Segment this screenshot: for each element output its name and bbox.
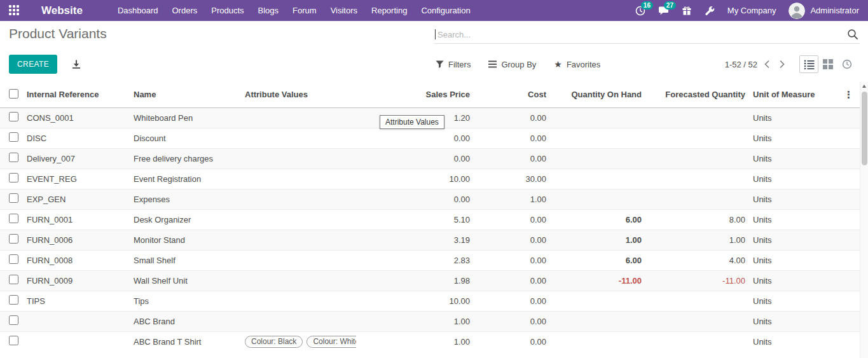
cell-qty-on-hand — [548, 107, 644, 128]
row-checkbox[interactable] — [9, 153, 18, 162]
row-checkbox[interactable] — [9, 112, 18, 121]
row-checkbox[interactable] — [9, 132, 18, 142]
cell-uom: Units — [747, 230, 823, 250]
row-checkbox[interactable] — [9, 214, 18, 223]
cell-internal-reference: DISC — [27, 128, 134, 148]
menu-reporting[interactable]: Reporting — [364, 0, 414, 21]
cell-uom: Units — [747, 331, 823, 352]
table-row[interactable]: ABC Brand1.000.00Units — [0, 311, 860, 331]
filters-button[interactable]: Filters — [436, 60, 471, 69]
row-checkbox[interactable] — [9, 254, 18, 264]
col-cost[interactable]: Cost — [472, 82, 548, 107]
tools-button[interactable] — [705, 6, 715, 16]
cell-forecasted-qty — [644, 311, 747, 331]
pager-previous-button[interactable] — [760, 57, 773, 71]
apps-grid-icon[interactable] — [9, 5, 20, 16]
optional-columns-icon[interactable]: ⋮ — [844, 89, 853, 100]
gift-button[interactable] — [682, 6, 692, 16]
favorites-button[interactable]: ★ Favorites — [554, 60, 600, 69]
col-forecasted-qty[interactable]: Forecasted Quantity — [644, 82, 747, 107]
vertical-scrollbar[interactable] — [860, 82, 868, 358]
cell-name: Event Registration — [134, 169, 245, 189]
group-by-button[interactable]: Group By — [488, 60, 536, 69]
search-icon[interactable] — [847, 29, 858, 40]
cell-options — [823, 189, 860, 209]
menu-dashboard[interactable]: Dashboard — [111, 0, 165, 21]
cell-internal-reference: Delivery_007 — [27, 148, 134, 169]
col-sales-price[interactable]: Sales Price — [356, 82, 472, 107]
row-checkbox[interactable] — [9, 315, 18, 325]
cell-forecasted-qty — [644, 189, 747, 209]
row-select-cell — [0, 291, 27, 311]
row-checkbox[interactable] — [9, 295, 18, 305]
kanban-view-button[interactable] — [818, 55, 837, 73]
create-button[interactable]: CREATE — [9, 55, 57, 74]
table-row[interactable]: EXP_GENExpenses0.001.00Units — [0, 189, 860, 209]
select-all-checkbox[interactable] — [9, 89, 18, 99]
menu-visitors[interactable]: Visitors — [324, 0, 364, 21]
activity-view-button[interactable] — [837, 55, 857, 73]
col-uom[interactable]: Unit of Measure — [747, 82, 823, 107]
table-row[interactable]: FURN_0008Small Shelf2.830.006.004.00Unit… — [0, 250, 860, 270]
cell-uom: Units — [747, 169, 823, 189]
cell-internal-reference: FURN_0008 — [27, 250, 134, 270]
cell-attribute-values: Colour: BlackColour: White — [245, 331, 356, 352]
table-row[interactable]: TIPSTips10.000.00Units — [0, 291, 860, 311]
attribute-value-pill: Colour: White — [307, 336, 356, 348]
cell-cost: 1.00 — [472, 189, 548, 209]
row-checkbox[interactable] — [9, 173, 18, 182]
chevron-right-icon — [780, 60, 785, 69]
cell-attribute-values — [245, 291, 356, 311]
col-qty-on-hand[interactable]: Quantity On Hand — [548, 82, 644, 107]
user-menu[interactable]: Administrator — [789, 3, 859, 19]
company-menu[interactable]: My Company — [727, 6, 776, 15]
row-checkbox[interactable] — [9, 336, 18, 345]
cell-options — [823, 270, 860, 291]
control-panel: CREATE Filters Group By ★ Favorites 1-52… — [0, 46, 868, 82]
row-select-cell — [0, 331, 27, 352]
row-checkbox[interactable] — [9, 234, 18, 244]
cell-cost: 0.00 — [472, 107, 548, 128]
menu-orders[interactable]: Orders — [165, 0, 204, 21]
table-row[interactable]: Delivery_007Free delivery charges0.000.0… — [0, 148, 860, 169]
activities-button[interactable]: 16 — [635, 6, 645, 16]
attribute-value-pill: Colour: Black — [245, 336, 303, 348]
row-select-cell — [0, 169, 27, 189]
row-checkbox[interactable] — [9, 193, 18, 203]
menu-products[interactable]: Products — [204, 0, 251, 21]
pager-next-button[interactable] — [776, 57, 789, 71]
search-input[interactable] — [436, 30, 847, 39]
row-select-cell — [0, 209, 27, 230]
cell-internal-reference: FURN_0006 — [27, 230, 134, 250]
table-row[interactable]: FURN_0001Desk Organizer5.100.006.008.00U… — [0, 209, 860, 230]
cell-attribute-values — [245, 311, 356, 331]
messages-button[interactable]: 27 — [658, 6, 669, 16]
cell-name: Desk Organizer — [134, 209, 245, 230]
search-box[interactable] — [434, 25, 860, 44]
cell-sales-price: 5.10 — [356, 209, 472, 230]
menu-blogs[interactable]: Blogs — [251, 0, 286, 21]
app-brand[interactable]: Website — [41, 4, 83, 17]
row-select-cell — [0, 270, 27, 291]
row-checkbox[interactable] — [9, 275, 18, 284]
menu-configuration[interactable]: Configuration — [414, 0, 477, 21]
scrollbar-thumb[interactable] — [862, 92, 867, 165]
table-row[interactable]: ABC Brand T ShirtColour: BlackColour: Wh… — [0, 331, 860, 352]
cell-cost: 0.00 — [472, 209, 548, 230]
col-internal-reference[interactable]: Internal Reference — [27, 82, 134, 107]
table-row[interactable]: FURN_0009Wall Shelf Unit1.980.00-11.00-1… — [0, 270, 860, 291]
table-row[interactable]: EVENT_REGEvent Registration10.0030.00Uni… — [0, 169, 860, 189]
cell-cost: 0.00 — [472, 331, 548, 352]
table-row[interactable]: FURN_0006Monitor Stand3.190.001.001.00Un… — [0, 230, 860, 250]
column-tooltip: Attribute Values — [380, 115, 444, 129]
row-select-cell — [0, 148, 27, 169]
col-name[interactable]: Name — [134, 82, 245, 107]
col-attribute-values[interactable]: Attribute Values — [245, 82, 356, 107]
favorites-label: Favorites — [567, 60, 600, 69]
menu-forum[interactable]: Forum — [286, 0, 324, 21]
list-view-button[interactable] — [799, 55, 818, 73]
table-row[interactable]: DISCDiscount0.000.00Units — [0, 128, 860, 148]
scrollbar-up-arrow[interactable] — [860, 82, 868, 90]
export-icon[interactable] — [71, 59, 81, 69]
filters-label: Filters — [448, 60, 471, 69]
